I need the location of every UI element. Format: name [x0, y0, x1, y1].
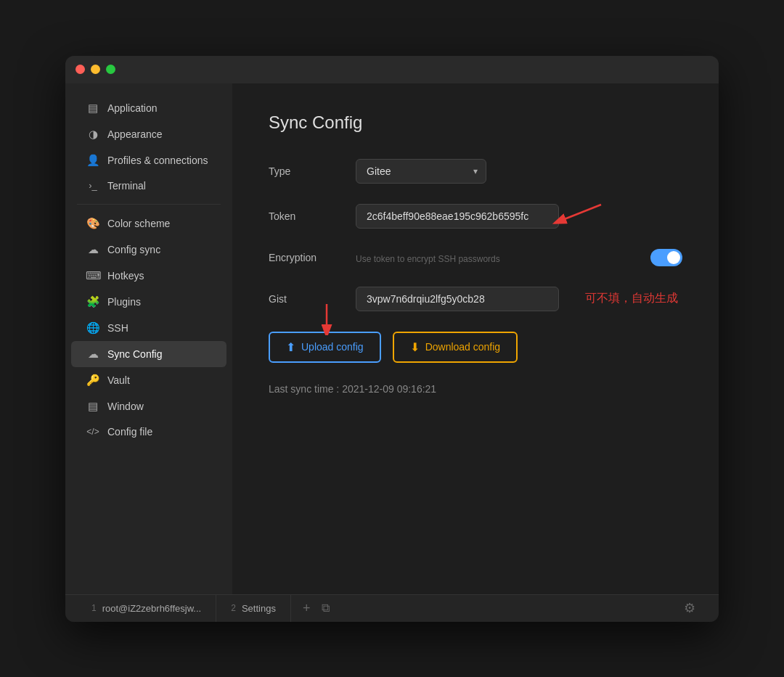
type-select[interactable]: Gitee GitHub GitLab [356, 159, 486, 184]
sidebar-label-application: Application [107, 102, 158, 114]
download-icon: ⬇ [410, 340, 420, 354]
tab-2-label: Settings [242, 603, 276, 614]
close-button[interactable] [75, 65, 85, 74]
main-content: Sync Config Type Gitee GitHub GitLab ▾ T… [232, 83, 719, 594]
sidebar-label-color-scheme: Color scheme [107, 218, 170, 229]
sidebar-item-plugins[interactable]: 🧩 Plugins [71, 289, 226, 315]
download-btn-label: Download config [425, 341, 501, 353]
type-select-wrapper: Gitee GitHub GitLab ▾ [356, 159, 486, 184]
page-title: Sync Config [269, 112, 682, 133]
type-label: Type [269, 165, 341, 177]
encryption-label: Encryption [269, 252, 341, 263]
down-arrow-icon [312, 303, 341, 335]
encryption-row: Encryption Use token to encrypt SSH pass… [269, 249, 682, 266]
sidebar-label-appearance: Appearance [107, 128, 163, 140]
tab-actions: + ⧉ [291, 601, 342, 616]
last-sync-time: Last sync time : 2021-12-09 09:16:21 [269, 383, 682, 395]
red-arrow-icon [544, 201, 603, 230]
appearance-icon: ◑ [86, 128, 100, 141]
download-config-button[interactable]: ⬇ Download config [393, 332, 518, 363]
sidebar-label-terminal: Terminal [107, 180, 146, 192]
gist-input[interactable] [356, 287, 559, 311]
encryption-sublabel: Use token to encrypt SSH passwords [356, 254, 636, 264]
sidebar-label-vault: Vault [107, 374, 130, 386]
tab-1-number: 1 [91, 603, 97, 613]
window-icon: ▤ [86, 400, 100, 413]
toggle-knob [667, 251, 680, 264]
color-scheme-icon: 🎨 [86, 217, 100, 230]
sidebar-item-appearance[interactable]: ◑ Appearance [71, 121, 226, 147]
sidebar-item-hotkeys[interactable]: ⌨ Hotkeys [71, 263, 226, 289]
hotkeys-icon: ⌨ [86, 269, 100, 282]
app-window: ▤ Application ◑ Appearance 👤 Profiles & … [65, 56, 719, 622]
sidebar-label-plugins: Plugins [107, 296, 141, 308]
type-row: Type Gitee GitHub GitLab ▾ [269, 159, 682, 184]
encryption-section: Encryption Use token to encrypt SSH pass… [269, 249, 682, 266]
sidebar-label-config-sync: Config sync [107, 244, 160, 255]
tab-1-label: root@iZ2zebrh6ffesjw... [102, 603, 202, 614]
vault-icon: 🔑 [86, 374, 100, 387]
encryption-toggle[interactable] [650, 249, 682, 266]
sidebar-label-config-file: Config file [107, 426, 152, 438]
application-icon: ▤ [86, 102, 100, 115]
config-sync-icon: ☁ [86, 243, 100, 256]
upload-config-button[interactable]: ⬆ Upload config [269, 332, 381, 363]
sidebar-item-config-sync[interactable]: ☁ Config sync [71, 237, 226, 263]
sidebar-label-ssh: SSH [107, 322, 128, 334]
maximize-button[interactable] [106, 65, 115, 74]
sidebar-item-color-scheme[interactable]: 🎨 Color scheme [71, 210, 226, 237]
minimize-button[interactable] [91, 65, 100, 74]
token-row: Token [269, 204, 682, 229]
add-tab-button[interactable]: + [303, 601, 311, 616]
upload-btn-label: Upload config [301, 341, 364, 353]
sidebar-item-application[interactable]: ▤ Application [71, 95, 226, 121]
titlebar [65, 56, 719, 83]
upload-icon: ⬆ [286, 340, 295, 354]
tab-2-number: 2 [231, 603, 236, 613]
app-body: ▤ Application ◑ Appearance 👤 Profiles & … [65, 83, 719, 594]
sidebar-item-profiles[interactable]: 👤 Profiles & connections [71, 147, 226, 173]
sidebar-label-sync-config: Sync Config [107, 348, 162, 360]
plugins-icon: 🧩 [86, 295, 100, 308]
settings-gear-icon[interactable]: ⚙ [672, 600, 707, 616]
sidebar-divider [77, 204, 221, 205]
sidebar-item-sync-config[interactable]: ☁ Sync Config [71, 341, 226, 367]
profiles-icon: 👤 [86, 154, 100, 167]
sidebar-item-window[interactable]: ▤ Window [71, 393, 226, 419]
ssh-icon: 🌐 [86, 321, 100, 335]
sidebar-label-window: Window [107, 401, 144, 412]
svg-line-1 [559, 205, 601, 221]
sidebar: ▤ Application ◑ Appearance 👤 Profiles & … [65, 83, 232, 594]
sidebar-item-ssh[interactable]: 🌐 SSH [71, 315, 226, 341]
token-label: Token [269, 210, 341, 222]
traffic-lights [75, 65, 115, 74]
sidebar-label-hotkeys: Hotkeys [107, 270, 144, 282]
sidebar-item-config-file[interactable]: </> Config file [71, 419, 226, 444]
terminal-icon: ›_ [86, 180, 100, 191]
token-input[interactable] [356, 204, 559, 229]
sidebar-item-vault[interactable]: 🔑 Vault [71, 367, 226, 393]
split-pane-icon[interactable]: ⧉ [322, 602, 330, 615]
tab-1[interactable]: 1 root@iZ2zebrh6ffesjw... [77, 595, 216, 622]
sync-config-icon: ☁ [86, 348, 100, 361]
gist-annotation: 可不填，自动生成 [585, 291, 678, 306]
sidebar-item-terminal[interactable]: ›_ Terminal [71, 173, 226, 198]
statusbar: 1 root@iZ2zebrh6ffesjw... 2 Settings + ⧉… [65, 594, 719, 622]
config-file-icon: </> [86, 427, 100, 437]
encryption-description: Use token to encrypt SSH passwords [356, 251, 636, 264]
tab-2[interactable]: 2 Settings [216, 595, 291, 622]
sidebar-label-profiles: Profiles & connections [107, 155, 208, 166]
buttons-row: ⬆ Upload config ⬇ Download config [269, 332, 682, 363]
